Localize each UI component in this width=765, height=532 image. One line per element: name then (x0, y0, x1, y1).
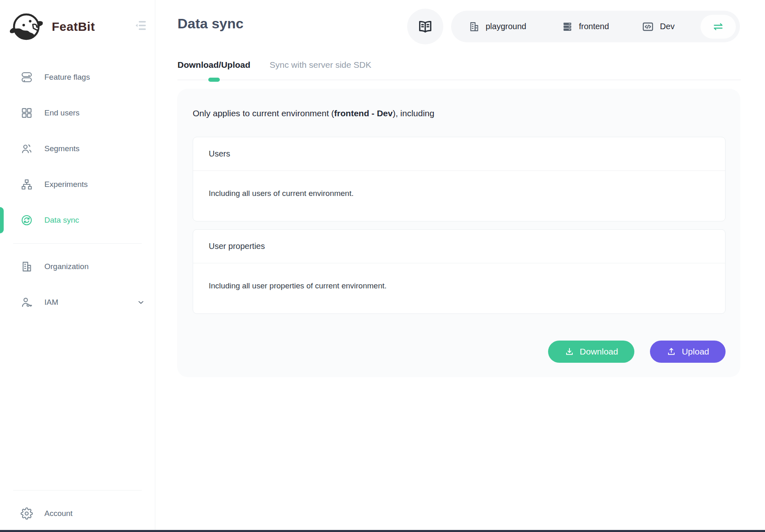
download-icon (565, 347, 574, 357)
sidebar-item-organization[interactable]: Organization (0, 253, 155, 280)
sidebar-item-label: IAM (44, 298, 58, 307)
sidebar-item-iam[interactable]: IAM (0, 289, 155, 316)
users-card-title: Users (193, 137, 725, 171)
chevron-down-icon (137, 298, 145, 306)
project-name: playground (486, 22, 526, 31)
sidebar-item-account[interactable]: Account (0, 500, 155, 527)
sidebar-item-label: Experiments (44, 180, 88, 189)
user-key-icon (21, 296, 33, 309)
sidebar-item-end-users[interactable]: End users (0, 100, 155, 126)
user-group-icon (21, 143, 33, 155)
env-group-name: frontend (579, 22, 609, 31)
project-env-selector[interactable]: playground frontend (451, 11, 740, 42)
server-icon (562, 21, 573, 32)
env-name: Dev (660, 22, 675, 31)
menu-fold-icon[interactable] (133, 18, 149, 33)
environment-notice: Only applies to current environment (fro… (193, 108, 434, 118)
project-segment[interactable]: playground (468, 21, 526, 32)
code-window-icon (642, 21, 654, 33)
sync-icon (21, 214, 33, 226)
documentation-button[interactable] (407, 9, 443, 44)
gear-icon (21, 507, 33, 520)
grid-icon (21, 107, 33, 119)
sidebar-item-label: Feature flags (44, 73, 90, 82)
logo-row: FeatBit (0, 0, 155, 43)
page-title: Data sync (177, 16, 244, 32)
book-icon (417, 18, 433, 35)
sidebar-item-feature-flags[interactable]: Feature flags (0, 64, 155, 90)
swap-arrows-icon (712, 21, 724, 33)
user-properties-card-title: User properties (193, 230, 725, 263)
sidebar-item-label: End users (44, 108, 80, 117)
upload-button[interactable]: Upload (650, 341, 726, 363)
sidebar-divider (13, 490, 142, 491)
bottom-edge (0, 530, 765, 532)
tab-sync-server-sdk[interactable]: Sync with server side SDK (270, 56, 371, 80)
tab-download-upload[interactable]: Download/Upload (177, 56, 250, 80)
sidebar-item-data-sync[interactable]: Data sync (0, 207, 155, 233)
upload-label: Upload (682, 347, 709, 357)
users-card-description: Including all users of current environme… (193, 171, 725, 221)
download-label: Download (580, 347, 618, 357)
building-icon (21, 260, 33, 273)
sidebar-divider (13, 243, 142, 244)
sidebar-bottom: Account (0, 480, 155, 527)
sidebar-item-label: Segments (44, 144, 80, 153)
sidebar: FeatBit Feature flags (0, 0, 155, 530)
switch-environment-button[interactable] (700, 15, 736, 39)
feature-flags-icon (21, 71, 33, 83)
featbit-panda-logo-icon (10, 12, 43, 42)
building-icon (468, 21, 480, 32)
environment-name: frontend - Dev (334, 108, 392, 118)
download-upload-panel: Only applies to current environment (fro… (177, 89, 740, 377)
hierarchy-icon (21, 178, 33, 191)
users-card: Users Including all users of current env… (193, 137, 726, 221)
user-properties-card-description: Including all user properties of current… (193, 263, 725, 313)
upload-icon (666, 347, 676, 357)
sidebar-item-label: Account (44, 509, 73, 518)
sidebar-item-label: Organization (44, 262, 89, 271)
panel-actions: Download Upload (548, 341, 726, 363)
download-button[interactable]: Download (548, 341, 634, 363)
sidebar-nav: Feature flags End users (0, 64, 155, 316)
sidebar-item-experiments[interactable]: Experiments (0, 171, 155, 198)
user-properties-card: User properties Including all user prope… (193, 229, 726, 314)
tab-bar: Download/Upload Sync with server side SD… (177, 56, 741, 80)
sidebar-item-label: Data sync (44, 216, 79, 225)
env-segment[interactable]: Dev (642, 21, 675, 33)
env-group-segment[interactable]: frontend (562, 21, 609, 32)
main-content: Data sync playground (155, 0, 765, 530)
sidebar-item-segments[interactable]: Segments (0, 136, 155, 162)
brand-name: FeatBit (52, 20, 95, 34)
